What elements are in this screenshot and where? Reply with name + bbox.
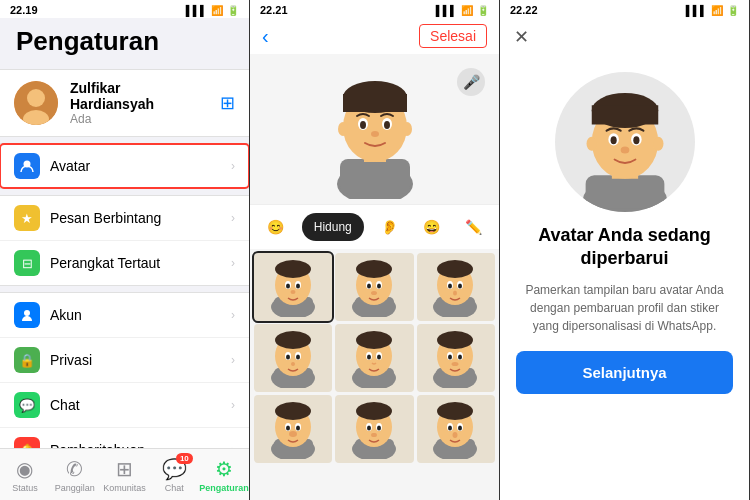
svg-point-118 (633, 136, 639, 144)
nav-chats[interactable]: 💬 10 Chat (149, 451, 199, 499)
svg-point-56 (296, 355, 300, 360)
profile-status: Ada (70, 112, 208, 126)
avatar-label: Avatar (50, 158, 221, 174)
svg-rect-6 (340, 159, 410, 194)
avatar-option-4[interactable] (254, 324, 332, 392)
status-bar-3: 22.22 ▌▌▌ 📶 🔋 (500, 0, 749, 18)
svg-point-119 (620, 146, 629, 153)
chats-icon-wrap: 💬 10 (162, 457, 187, 481)
close-button[interactable]: ✕ (514, 27, 529, 47)
svg-point-93 (367, 426, 371, 431)
privacy-label: Privasi (50, 352, 221, 368)
svg-point-66 (377, 355, 381, 360)
next-button[interactable]: Selanjutnya (516, 351, 733, 394)
svg-point-42 (437, 260, 473, 278)
mic-button[interactable]: 🎤 (457, 68, 485, 96)
privacy-icon: 🔒 (14, 347, 40, 373)
svg-point-95 (377, 426, 381, 431)
avatar-option-6[interactable] (417, 324, 495, 392)
chats-nav-label: Chat (165, 483, 184, 493)
avatar-option-9[interactable] (417, 395, 495, 463)
calls-nav-label: Panggilan (55, 483, 95, 493)
avatar (14, 81, 58, 125)
ear-tab[interactable]: 👂 (374, 213, 406, 241)
status-icons-3: ▌▌▌ 📶 🔋 (686, 5, 739, 16)
chevron-icon: › (231, 159, 235, 173)
svg-point-75 (458, 355, 462, 360)
nav-settings[interactable]: ⚙ Pengaturan (199, 451, 249, 499)
svg-point-26 (296, 284, 300, 289)
settings-item-avatar[interactable]: Avatar › (0, 144, 249, 188)
status-icons-1: ▌▌▌ 📶 🔋 (186, 5, 239, 16)
svg-point-14 (360, 121, 366, 129)
svg-point-44 (448, 284, 452, 289)
svg-point-46 (458, 284, 462, 289)
svg-point-106 (453, 432, 458, 438)
avatar-option-7[interactable] (254, 395, 332, 463)
svg-point-32 (356, 260, 392, 278)
nav-community[interactable]: ⊞ Komunitas (100, 451, 150, 499)
avatar-3d-preview (320, 59, 430, 199)
avatar-circle-svg (560, 72, 690, 212)
back-button[interactable]: ‹ (262, 25, 269, 48)
avatar-option-2[interactable] (335, 253, 413, 321)
settings-group-2: ★ Pesan Berbintang › ⊟ Perangkat Tertaut… (0, 195, 249, 286)
profile-name: Zulfikar Hardiansyah (70, 80, 208, 112)
calls-nav-icon: ✆ (66, 457, 83, 481)
nav-status[interactable]: ◉ Status (0, 451, 50, 499)
profile-info: Zulfikar Hardiansyah Ada (70, 80, 208, 126)
avatar-option-8[interactable] (335, 395, 413, 463)
svg-point-27 (290, 290, 295, 294)
svg-point-76 (452, 362, 459, 366)
community-nav-label: Komunitas (103, 483, 146, 493)
svg-rect-112 (591, 105, 658, 124)
p3-topbar: ✕ (500, 18, 749, 56)
avatar-style-grid (250, 249, 499, 467)
settings-item-linked[interactable]: ⊟ Perangkat Tertaut › (0, 241, 249, 285)
chat-label: Chat (50, 397, 221, 413)
qr-icon[interactable]: ⊞ (220, 92, 235, 114)
chats-badge: 10 (176, 453, 193, 464)
svg-rect-10 (343, 94, 407, 112)
brush-tab[interactable]: ✏️ (457, 213, 489, 241)
avatar-option-5[interactable] (335, 324, 413, 392)
avatar-option-3[interactable] (417, 253, 495, 321)
mouth-tab[interactable]: 😄 (416, 213, 448, 241)
face-tab[interactable]: 😊 (260, 213, 292, 241)
avatar-option-1[interactable] (254, 253, 332, 321)
svg-point-11 (338, 122, 348, 136)
avatar-updated-panel: 22.22 ▌▌▌ 📶 🔋 ✕ (500, 0, 750, 500)
svg-point-114 (653, 137, 664, 151)
editor-topbar: ‹ Selesai (250, 18, 499, 54)
account-icon (14, 302, 40, 328)
star-icon: ★ (14, 205, 40, 231)
settings-group-1: Avatar › (0, 143, 249, 189)
svg-point-81 (275, 402, 311, 420)
done-button[interactable]: Selesai (419, 24, 487, 48)
status-bar-1: 22.19 ▌▌▌ 📶 🔋 (0, 0, 249, 18)
svg-point-73 (448, 355, 452, 360)
device-icon: ⊟ (14, 250, 40, 276)
svg-point-36 (377, 284, 381, 289)
profile-section[interactable]: Zulfikar Hardiansyah Ada ⊞ (0, 69, 249, 137)
settings-nav-icon: ⚙ (215, 457, 233, 481)
svg-point-103 (448, 426, 452, 431)
settings-item-starred[interactable]: ★ Pesan Berbintang › (0, 196, 249, 241)
settings-item-account[interactable]: Akun › (0, 293, 249, 338)
avatar-circle-preview (555, 72, 695, 212)
starred-label: Pesan Berbintang (50, 210, 221, 226)
svg-point-47 (453, 291, 457, 296)
community-nav-icon: ⊞ (116, 457, 133, 481)
svg-point-12 (402, 122, 412, 136)
nose-tab[interactable]: Hidung (302, 213, 364, 241)
settings-item-chat[interactable]: 💬 Chat › (0, 383, 249, 428)
settings-item-privacy[interactable]: 🔒 Privasi › (0, 338, 249, 383)
svg-point-101 (437, 402, 473, 420)
nav-calls[interactable]: ✆ Panggilan (50, 451, 100, 499)
linked-label: Perangkat Tertaut (50, 255, 221, 271)
chat-icon: 💬 (14, 392, 40, 418)
avatar-preview-area: 🎤 (250, 54, 499, 204)
svg-point-17 (371, 131, 379, 137)
account-label: Akun (50, 307, 221, 323)
status-bar-2: 22.21 ▌▌▌ 📶 🔋 (250, 0, 499, 18)
